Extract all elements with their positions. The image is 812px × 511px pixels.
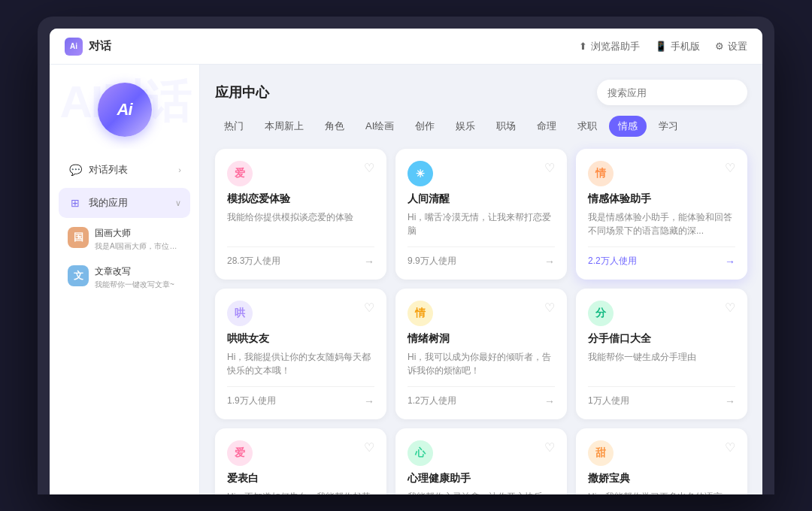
- table-row[interactable]: 哄 ♡ 哄哄女友 Hi，我能提供让你的女友随妈每天都快乐的文本哦！ 1.9万人使…: [215, 289, 386, 419]
- chat-list-arrow: ›: [178, 165, 181, 174]
- card-title: 爱表白: [227, 472, 374, 485]
- sidebar-avatar-area: AI对话 Ai: [50, 65, 199, 149]
- card-title: 情绪树洞: [408, 332, 555, 346]
- tab-hot[interactable]: 热门: [215, 116, 253, 137]
- rewrite-icon: 文: [68, 265, 89, 286]
- table-row[interactable]: 情 ♡ 情绪树洞 Hi，我可以成为你最好的倾听者，告诉我你的烦恼吧！ 1.2万人…: [395, 289, 567, 419]
- heart-icon[interactable]: ♡: [544, 440, 555, 455]
- header-logo: Ai 对话: [65, 38, 111, 56]
- tab-create[interactable]: 创作: [406, 116, 444, 137]
- table-row[interactable]: 爱 ♡ 模拟恋爱体验 我能给你提供模拟谈恋爱的体验 28.3万人使用 →: [215, 149, 386, 280]
- sidebar-nav: 💬 对话列表 › ⊞ 我的应用 ∨ 国 国画大师 我是AI国画大师，市位替代代体…: [50, 149, 199, 494]
- card-desc: Hi，我能帮你学习更多出色的语言表...: [588, 490, 735, 494]
- table-row[interactable]: 甜 ♡ 撒娇宝典 Hi，我能帮你学习更多出色的语言表... 0.5万人使用 →: [576, 428, 747, 494]
- tab-work[interactable]: 职场: [487, 116, 525, 137]
- arrow-icon: →: [544, 395, 555, 407]
- sidebar-item-my-apps[interactable]: ⊞ 我的应用 ∨: [59, 188, 190, 218]
- card-footer: 28.3万人使用 →: [227, 246, 374, 268]
- tab-new[interactable]: 本周新上: [256, 116, 313, 137]
- table-row[interactable]: 爱 ♡ 爱表白 Hi，不知道如何告白，我能帮你起草表白信... 0.8万人使用 …: [215, 428, 386, 494]
- avatar: Ai: [98, 83, 152, 137]
- card-footer: 1.9万人使用 →: [227, 386, 374, 407]
- table-row[interactable]: 分 ♡ 分手借口大全 我能帮你一键生成分手理由 1万人使用 →: [576, 289, 747, 419]
- heart-icon[interactable]: ♡: [544, 301, 555, 315]
- card-badge: 哄: [227, 301, 253, 326]
- card-users: 1万人使用: [588, 395, 629, 407]
- arrow-icon: →: [544, 256, 555, 268]
- painter-desc: 我是AI国画大师，市位替代代体...: [95, 241, 181, 252]
- laptop-screen: Ai 对话 ⬆ 浏览器助手 📱 手机版 ⚙ 设置: [50, 29, 762, 494]
- card-desc: 我能给你提供模拟谈恋爱的体验: [227, 210, 374, 237]
- section-header: 应用中心: [215, 80, 747, 105]
- mobile-version-button[interactable]: 📱 手机版: [655, 40, 700, 53]
- card-header: 爱 ♡: [227, 161, 374, 186]
- heart-icon[interactable]: ♡: [364, 440, 374, 455]
- list-item[interactable]: 文 文章改写 我能帮你一键改写文章~: [59, 259, 190, 296]
- card-desc: 我能帮你一键生成分手理由: [588, 350, 735, 377]
- rewrite-info: 文章改写 我能帮你一键改写文章~: [95, 265, 181, 290]
- table-row[interactable]: ✳ ♡ 人间清醒 Hi，嘴舌冷漠无情，让我来帮打恋爱脑 9.9万人使用 →: [395, 149, 567, 280]
- card-header: 情 ♡: [408, 301, 555, 326]
- app-logo-icon: Ai: [65, 38, 83, 56]
- card-users: 2.2万人使用: [588, 255, 637, 268]
- settings-icon: ⚙: [715, 41, 724, 52]
- card-header: 甜 ♡: [588, 440, 735, 466]
- card-desc: Hi，我可以成为你最好的倾听者，告诉我你的烦恼吧！: [408, 350, 555, 377]
- my-apps-label: 我的应用: [89, 196, 169, 210]
- rewrite-name: 文章改写: [95, 265, 181, 278]
- painter-name: 国画大师: [95, 227, 181, 240]
- tab-job[interactable]: 求职: [568, 116, 606, 137]
- card-title: 撒娇宝典: [588, 472, 735, 485]
- card-header: 情 ♡: [588, 161, 735, 186]
- card-badge: 情: [588, 161, 614, 186]
- heart-icon[interactable]: ♡: [544, 161, 555, 175]
- browser-helper-button[interactable]: ⬆ 浏览器助手: [579, 40, 640, 53]
- heart-icon[interactable]: ♡: [364, 161, 374, 175]
- card-badge: 甜: [588, 440, 614, 466]
- card-badge: 情: [408, 301, 433, 326]
- arrow-icon: →: [364, 395, 374, 407]
- avatar-text: Ai: [117, 100, 132, 119]
- search-input[interactable]: [597, 80, 747, 105]
- card-header: 分 ♡: [588, 301, 735, 326]
- sidebar-item-chat-list[interactable]: 💬 对话列表 ›: [59, 155, 190, 185]
- card-badge: 爱: [227, 440, 253, 466]
- apps-icon: ⊞: [68, 195, 83, 210]
- card-badge: 心: [408, 440, 433, 466]
- heart-icon[interactable]: ♡: [364, 301, 374, 315]
- upload-icon: ⬆: [579, 41, 587, 52]
- sidebar: AI对话 Ai 💬 对话列表 › ⊞ 我的应用 ∨: [50, 65, 200, 494]
- card-header: 爱 ♡: [227, 440, 374, 466]
- arrow-icon: →: [364, 256, 374, 268]
- main-layout: AI对话 Ai 💬 对话列表 › ⊞ 我的应用 ∨: [50, 65, 762, 494]
- table-row[interactable]: 情 ♡ 情感体验助手 我是情感体验小助手，能体验和回答不同场景下的语言隐藏的深.…: [576, 149, 747, 280]
- my-apps-chevron: ∨: [175, 198, 181, 208]
- tab-emotion[interactable]: 情感: [609, 116, 647, 137]
- heart-icon[interactable]: ♡: [725, 440, 735, 455]
- tab-entertainment[interactable]: 娱乐: [447, 116, 484, 137]
- laptop-shell: Ai 对话 ⬆ 浏览器助手 📱 手机版 ⚙ 设置: [38, 17, 774, 494]
- tab-role[interactable]: 角色: [316, 116, 353, 137]
- heart-icon[interactable]: ♡: [725, 301, 735, 315]
- card-desc: 我是情感体验小助手，能体验和回答不同场景下的语言隐藏的深...: [588, 210, 735, 237]
- card-header: ✳ ♡: [408, 161, 555, 186]
- list-item[interactable]: 国 国画大师 我是AI国画大师，市位替代代体...: [59, 221, 190, 258]
- card-title: 情感体验助手: [588, 192, 735, 206]
- heart-icon[interactable]: ♡: [725, 161, 735, 175]
- card-footer: 1万人使用 →: [588, 386, 735, 407]
- tab-fate[interactable]: 命理: [528, 116, 565, 137]
- card-users: 1.9万人使用: [227, 395, 276, 407]
- settings-button[interactable]: ⚙ 设置: [715, 40, 747, 53]
- arrow-icon: →: [725, 395, 735, 407]
- painter-info: 国画大师 我是AI国画大师，市位替代代体...: [95, 227, 181, 252]
- rewrite-desc: 我能帮你一键改写文章~: [95, 280, 181, 290]
- section-title: 应用中心: [215, 83, 269, 101]
- card-title: 人间清醒: [408, 192, 555, 206]
- tab-study[interactable]: 学习: [650, 116, 687, 137]
- table-row[interactable]: 心 ♡ 心理健康助手 我能帮你心灵治愈，让你开心快乐 0.6万人使用 →: [395, 428, 567, 494]
- card-desc: Hi，不知道如何告白，我能帮你起草表白信...: [227, 490, 374, 494]
- card-title: 心理健康助手: [408, 472, 555, 485]
- tab-ai-paint[interactable]: AI绘画: [356, 116, 403, 137]
- tabs-row: 热门 本周新上 角色 AI绘画 创作 娱乐 职场 命理 求职 情感 学习: [215, 116, 747, 137]
- card-header: 哄 ♡: [227, 301, 374, 326]
